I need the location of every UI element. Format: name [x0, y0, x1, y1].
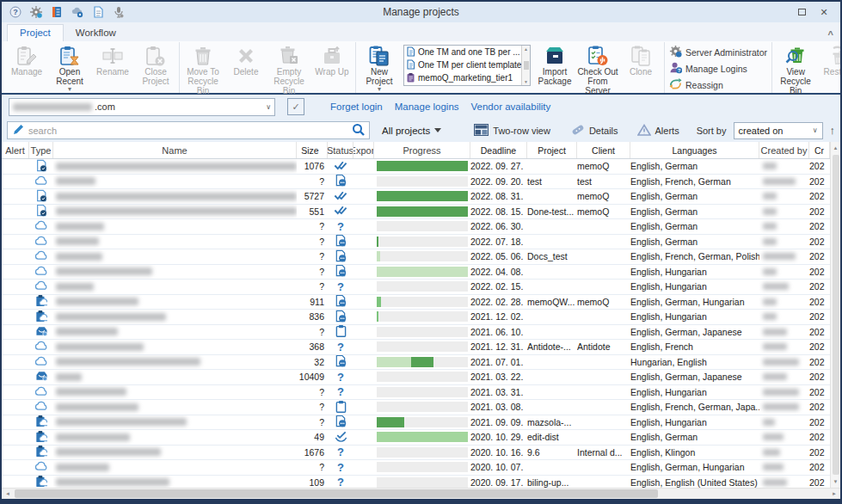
table-row[interactable]: ?2022. 09. 20.testtestEnglish, French, G…	[2, 175, 830, 190]
template-item[interactable]: memoQ_marketing_tier1	[404, 71, 521, 84]
column-header-type[interactable]: Type	[29, 142, 53, 158]
created-by-cell	[759, 355, 809, 370]
scroll-up-icon[interactable]: ▲	[831, 142, 840, 154]
column-header-deadline[interactable]: Deadline	[470, 142, 527, 158]
table-row[interactable]: ??2022. 02. 15.English, Hungarian202	[2, 280, 830, 295]
table-row[interactable]: 9112022. 02. 28.memoQW...memoQEnglish, G…	[2, 295, 830, 310]
alerts-toggle[interactable]: Alerts	[637, 124, 679, 138]
server-combobox[interactable]: .com ∨	[9, 98, 275, 116]
import-package-button[interactable]: Import Package	[533, 42, 576, 86]
column-header-progress[interactable]: Progress	[374, 142, 470, 158]
table-row[interactable]: 492020. 10. 29.edit-distEnglish, German2…	[2, 430, 830, 446]
tab-workflow[interactable]: Workflow	[64, 25, 128, 41]
scroll-down-icon[interactable]: ▼	[831, 476, 840, 488]
status-cell	[328, 265, 353, 280]
table-row[interactable]: ?2022. 07. 18.English, German202	[2, 235, 830, 250]
select-server-button[interactable]: ✓	[287, 98, 304, 115]
column-header-status[interactable]: Status	[328, 142, 353, 158]
server-administrator-button[interactable]: Server Administrator	[667, 44, 770, 60]
column-header-languages[interactable]: Languages	[630, 142, 759, 158]
column-header-client[interactable]: Client	[577, 142, 630, 158]
search-box[interactable]	[7, 121, 370, 139]
progress-bar	[377, 372, 468, 382]
vertical-scrollbar[interactable]: ▲ ▼	[830, 142, 840, 488]
details-toggle[interactable]: Details	[571, 124, 618, 138]
qat-gear-icon[interactable]	[29, 6, 42, 19]
chevron-down-icon: ∨	[813, 126, 818, 134]
table-row[interactable]: ??2021. 03. 31.English, Hungarian202	[2, 385, 830, 401]
search-icon[interactable]	[352, 123, 365, 138]
column-header-created-by[interactable]: Created by	[759, 142, 809, 158]
table-row[interactable]: ?2021. 09. 09.mazsola-...English, Hungar…	[2, 415, 830, 431]
table-row[interactable]: ?2021. 06. 10.English, German, Japanese2…	[2, 325, 830, 341]
close-button[interactable]: ✕	[814, 4, 833, 20]
sort-by-dropdown[interactable]: created on ∨	[734, 122, 823, 139]
details-icon	[571, 124, 585, 138]
table-row[interactable]: ??2020. 10. 07.English, German, Hungaria…	[2, 460, 830, 476]
new-project-button[interactable]: New Project▾	[358, 42, 401, 93]
collapse-ribbon-icon[interactable]: ^	[828, 29, 833, 40]
size-cell: ?	[297, 415, 328, 430]
table-row[interactable]: 57272022. 08. 31.memoQEnglish, German202	[2, 189, 830, 205]
column-header-project[interactable]: Project	[527, 142, 577, 158]
qat-help-icon[interactable]: ?	[9, 6, 22, 19]
table-row[interactable]: ??2022. 06. 30.English, German202	[2, 219, 830, 235]
check-out-icon	[587, 44, 609, 67]
forget-login-link[interactable]: Forget login	[330, 101, 383, 112]
scroll-left-icon[interactable]: ◄	[2, 491, 14, 496]
table-row[interactable]: ?2021. 03. 08.English, French, German, J…	[2, 400, 830, 415]
two-row-view-toggle[interactable]: Two-row view	[474, 124, 550, 138]
table-row[interactable]: 10409?2021. 03. 22.English, German, Japa…	[2, 370, 830, 385]
created-by-cell	[759, 205, 809, 219]
template-item[interactable]: One TM and one TB per ...	[404, 46, 521, 58]
table-row[interactable]: ?2022. 05. 06.Docs_testEnglish, French, …	[2, 249, 830, 265]
column-header-export[interactable]: Export	[353, 142, 374, 158]
sort-ascending-button[interactable]: ↑	[830, 124, 836, 137]
table-row[interactable]: 1676?2020. 10. 16.9.6Internal d...Englis…	[2, 446, 830, 461]
column-header-alert[interactable]: Alert	[2, 142, 29, 158]
table-row[interactable]: 322021. 07. 01.Hungarian, English202	[2, 355, 830, 371]
tab-project[interactable]: Project	[7, 24, 64, 41]
client-cell	[577, 355, 630, 370]
vendor-availability-link[interactable]: Vendor availability	[471, 101, 551, 112]
created-by-redacted	[763, 433, 784, 440]
type-cell	[29, 175, 53, 189]
horizontal-scroll-thumb[interactable]	[15, 489, 658, 498]
open-recent-button[interactable]: Open Recent▾	[48, 42, 91, 93]
reassign-button[interactable]: Reassign	[667, 77, 770, 93]
template-item[interactable]: One TM per client template	[404, 58, 521, 71]
template-list-scrollbar[interactable]: ▲▼	[521, 46, 530, 85]
project-cell: edit-dist	[527, 430, 577, 445]
column-header-cr[interactable]: Cr	[809, 142, 830, 158]
qat-server-icon[interactable]	[71, 6, 83, 19]
column-header-size[interactable]: Size	[297, 142, 328, 158]
table-row[interactable]: 8362021. 12. 02.English, Hungarian202	[2, 310, 830, 325]
search-input[interactable]	[28, 126, 347, 136]
view-recycle-bin-button[interactable]: View Recycle Bin	[774, 42, 817, 95]
status-cell	[328, 355, 353, 370]
vertical-scroll-thumb[interactable]	[833, 155, 839, 475]
progress-bar	[377, 447, 468, 458]
table-row[interactable]: 368?2021. 12. 31.Antidote-...AntidoteEng…	[2, 340, 830, 355]
languages-cell: English, German	[630, 159, 759, 174]
title-bar: ? Manage projects ✕	[2, 2, 840, 22]
table-row[interactable]: 109?2020. 09. 17.biling-up...English, En…	[2, 476, 830, 489]
client-cell	[577, 400, 630, 415]
horizontal-scrollbar[interactable]: ◄ ►	[2, 488, 840, 499]
cloud-project-icon	[34, 401, 48, 413]
qat-doc-icon[interactable]	[91, 6, 104, 19]
scroll-right-icon[interactable]: ►	[828, 491, 840, 496]
progress-cell	[374, 415, 470, 430]
manage-logins-button[interactable]: ?Manage Logins	[667, 60, 770, 77]
table-row[interactable]: 5512022. 08. 15.Done-test...memoQEnglish…	[2, 205, 830, 220]
qat-mic-icon[interactable]	[112, 6, 125, 19]
qat-book-icon[interactable]	[50, 6, 63, 19]
table-row[interactable]: ?2022. 04. 08.English, Hungarian202	[2, 265, 830, 280]
project-scope-dropdown[interactable]: All projects	[382, 126, 441, 136]
project-template-list[interactable]: One TM and one TB per ...One TM per clie…	[403, 45, 531, 86]
check-out-from-server-button[interactable]: Check Out From Server	[576, 42, 619, 95]
column-header-name[interactable]: Name	[53, 142, 297, 158]
table-row[interactable]: 10762022. 09. 27.memoQEnglish, German202	[2, 159, 830, 175]
maximize-button[interactable]	[792, 4, 811, 20]
manage-logins-link[interactable]: Manage logins	[395, 101, 459, 112]
